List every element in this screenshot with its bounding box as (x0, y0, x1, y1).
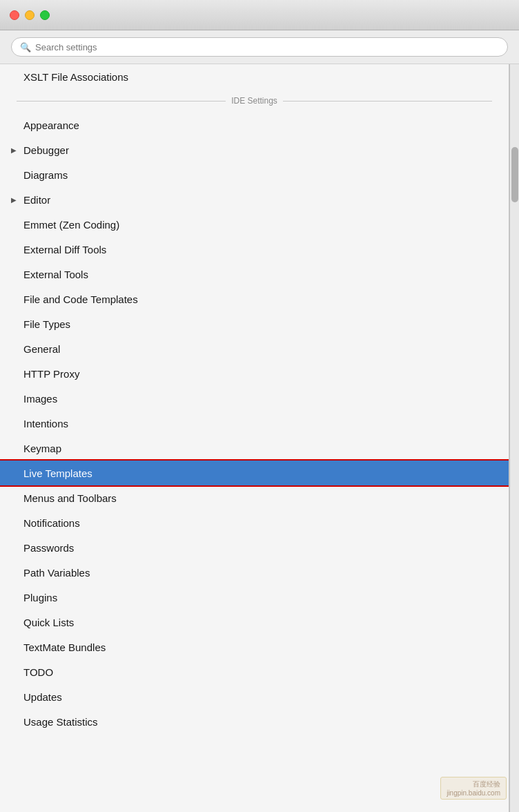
content-area: XSLT File Associations IDE Settings Appe… (0, 64, 519, 812)
title-bar (0, 0, 519, 30)
sidebar-item-label: Debugger (23, 144, 69, 156)
maximize-button[interactable] (40, 10, 50, 20)
sidebar-item-emmet[interactable]: Emmet (Zen Coding) (0, 212, 509, 237)
sidebar-item-label: Passwords (23, 542, 74, 554)
sidebar-item-debugger[interactable]: ▶ Debugger (0, 137, 509, 162)
sidebar-item-label: Live Templates (23, 467, 92, 479)
sidebar-item-keymap[interactable]: Keymap (0, 436, 509, 461)
sidebar-item-path-variables[interactable]: Path Variables (0, 560, 509, 585)
sidebar-item-label: External Tools (23, 269, 88, 280)
sidebar-item-label: Appearance (23, 119, 79, 131)
sidebar-item-updates[interactable]: Updates (0, 684, 509, 709)
sidebar-item-diagrams[interactable]: Diagrams (0, 162, 509, 187)
sidebar-item-editor[interactable]: ▶ Editor (0, 187, 509, 212)
sidebar-item-general[interactable]: General (0, 336, 509, 361)
sidebar-item-label: Diagrams (23, 169, 68, 181)
sidebar-item-label: Updates (23, 691, 62, 703)
sidebar-item-label: Menus and Toolbars (23, 492, 117, 504)
sidebar-item-notifications[interactable]: Notifications (0, 510, 509, 535)
sidebar-item-external-tools[interactable]: External Tools (0, 262, 509, 287)
sidebar-item-label: Keymap (23, 443, 61, 454)
sidebar-item-label: HTTP Proxy (23, 368, 79, 380)
watermark-line2: jingpin.baidu.com (447, 789, 500, 797)
sidebar-item-plugins[interactable]: Plugins (0, 585, 509, 610)
search-container: 🔍 (0, 30, 519, 64)
scrollbar-track[interactable] (509, 64, 519, 812)
sidebar-item-label: File Types (23, 318, 70, 330)
close-button[interactable] (10, 10, 19, 20)
sidebar-item-label: File and Code Templates (23, 293, 138, 305)
sidebar-item-label: Notifications (23, 517, 80, 529)
sidebar-item-label: Usage Statistics (23, 716, 98, 728)
sidebar-item-label: Editor (23, 194, 50, 206)
sidebar-item-appearance[interactable]: Appearance (0, 113, 509, 137)
sidebar-item-menus-toolbars[interactable]: Menus and Toolbars (0, 485, 509, 510)
sidebar-item-quick-lists[interactable]: Quick Lists (0, 610, 509, 635)
minimize-button[interactable] (25, 10, 35, 20)
sidebar-item-images[interactable]: Images (0, 386, 509, 411)
sidebar-item-file-code-templates[interactable]: File and Code Templates (0, 287, 509, 311)
sidebar-item-label: Plugins (23, 592, 57, 603)
watermark: 百度经验 jingpin.baidu.com (440, 777, 507, 800)
scrollbar-thumb[interactable] (511, 147, 518, 202)
sidebar-item-label: Emmet (Zen Coding) (23, 219, 119, 231)
sidebar-item-xslt-file-assoc[interactable]: XSLT File Associations (0, 64, 509, 89)
expand-arrow-icon: ▶ (11, 146, 18, 154)
sidebar-item-label: Path Variables (23, 567, 90, 579)
sidebar-list: XSLT File Associations IDE Settings Appe… (0, 64, 509, 734)
sidebar-item-label: Images (23, 393, 57, 405)
search-bar[interactable]: 🔍 (11, 37, 508, 57)
search-input[interactable] (35, 42, 499, 52)
sidebar-item-http-proxy[interactable]: HTTP Proxy (0, 361, 509, 386)
sidebar-item-label: XSLT File Associations (23, 71, 128, 83)
sidebar-item-label: Intentions (23, 418, 68, 429)
watermark-badge: 百度经验 jingpin.baidu.com (440, 777, 507, 800)
sidebar-item-label: TODO (23, 666, 53, 678)
expand-arrow-icon: ▶ (11, 196, 18, 204)
sidebar-item-intentions[interactable]: Intentions (0, 411, 509, 436)
main-window: 🔍 XSLT File Associations IDE Settings Ap… (0, 0, 519, 812)
sidebar-item-todo[interactable]: TODO (0, 659, 509, 684)
sidebar-item-label: TextMate Bundles (23, 641, 106, 653)
section-divider-ide: IDE Settings (0, 89, 509, 113)
search-icon: 🔍 (20, 42, 31, 52)
sidebar-item-label: Quick Lists (23, 617, 74, 628)
sidebar-item-passwords[interactable]: Passwords (0, 535, 509, 560)
section-divider-label: IDE Settings (231, 96, 277, 106)
sidebar-item-live-templates[interactable]: Live Templates (0, 461, 509, 485)
sidebar-item-label: External Diff Tools (23, 244, 106, 255)
sidebar-item-file-types[interactable]: File Types (0, 311, 509, 336)
sidebar-item-textmate-bundles[interactable]: TextMate Bundles (0, 635, 509, 659)
sidebar-item-usage-statistics[interactable]: Usage Statistics (0, 709, 509, 734)
watermark-line1: 百度经验 (447, 780, 500, 789)
sidebar: XSLT File Associations IDE Settings Appe… (0, 64, 509, 812)
sidebar-item-label: General (23, 343, 60, 355)
sidebar-item-external-diff-tools[interactable]: External Diff Tools (0, 237, 509, 262)
